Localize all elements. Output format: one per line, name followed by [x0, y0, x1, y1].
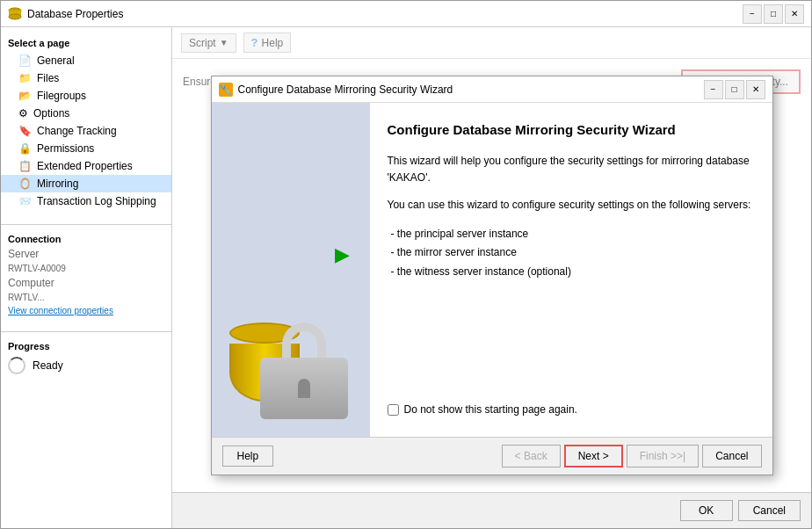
- close-button[interactable]: ✕: [785, 4, 804, 24]
- sidebar-label-mirroring: Mirroring: [37, 178, 78, 190]
- wizard-back-button[interactable]: < Back: [502, 445, 561, 467]
- lock-keyhole: [298, 379, 310, 398]
- main-window: Database Properties − □ ✕ Select a page …: [0, 0, 812, 529]
- title-bar-controls: − □ ✕: [743, 4, 804, 24]
- wizard-checkbox-row: Do not show this starting page again.: [388, 403, 755, 416]
- dropdown-arrow: ▼: [220, 38, 228, 47]
- wizard-finish-button[interactable]: Finish >>|: [627, 445, 699, 467]
- panel-body: Ensure that security is configured for m…: [172, 59, 811, 492]
- lock-shackle: [282, 322, 326, 358]
- do-not-show-label: Do not show this starting page again.: [404, 403, 577, 416]
- wizard-title-text: 🔧 Configure Database Mirroring Security …: [219, 83, 453, 97]
- wizard-close-button[interactable]: ✕: [746, 80, 765, 99]
- do-not-show-checkbox[interactable]: [388, 404, 399, 416]
- help-icon: ?: [251, 36, 258, 49]
- help-label: Help: [262, 37, 284, 49]
- filegroups-icon: 📂: [18, 90, 32, 102]
- title-bar-left: Database Properties: [8, 7, 123, 21]
- view-connection-link[interactable]: View connection properties: [1, 304, 171, 317]
- wizard-list: - the principal server instance - the mi…: [391, 225, 755, 282]
- options-icon: ⚙: [18, 107, 28, 120]
- sidebar-item-options[interactable]: ⚙ Options: [1, 105, 171, 122]
- bottom-bar: OK Cancel: [172, 492, 811, 528]
- change-tracking-icon: 🔖: [18, 125, 32, 137]
- progress-section: Progress Ready: [1, 331, 171, 378]
- files-icon: 📁: [18, 72, 32, 84]
- help-button[interactable]: ? Help: [243, 33, 292, 53]
- wizard-body: ▶: [212, 103, 772, 437]
- sidebar-item-files[interactable]: 📁 Files: [1, 69, 171, 87]
- mirroring-icon: 🪞: [18, 178, 32, 190]
- log-shipping-icon: 📨: [18, 195, 32, 207]
- wizard-arrow: ▶: [335, 243, 350, 266]
- sidebar-label-files: Files: [37, 72, 59, 84]
- extended-properties-icon: 📋: [18, 160, 32, 172]
- right-panel: Script ▼ ? Help Ensure that security is …: [172, 27, 811, 528]
- progress-status: Ready: [33, 359, 63, 372]
- wizard-nav-buttons: < Back Next > Finish >>| Cancel: [502, 445, 762, 467]
- wizard-list-item-1: - the principal server instance: [391, 225, 755, 244]
- progress-spinner: [8, 357, 25, 374]
- wizard-description-1: This wizard will help you configure the …: [388, 153, 755, 186]
- server-label: Server: [1, 246, 171, 262]
- connection-title: Connection: [1, 232, 171, 246]
- computer-label: Computer: [1, 275, 171, 291]
- connection-section: Connection Server RWTLV-A0009 Computer R…: [1, 224, 171, 317]
- progress-item: Ready: [1, 353, 171, 378]
- server-value: RWTLV-A0009: [1, 262, 171, 275]
- lock-container: [260, 322, 348, 419]
- sidebar-label-general: General: [37, 54, 75, 67]
- wizard-maximize-button[interactable]: □: [725, 80, 744, 99]
- wizard-title-icon: 🔧: [219, 83, 233, 97]
- wizard-list-item-2: - the mirror server instance: [391, 243, 755, 263]
- wizard-sidebar-illustration: ▶: [212, 103, 370, 437]
- wizard-footer: Help < Back Next > Finish >>| Cancel: [212, 437, 772, 475]
- lock-body: [260, 358, 348, 419]
- wizard-icon-symbol: 🔧: [219, 83, 232, 96]
- sidebar-label-log-shipping: Transaction Log Shipping: [37, 195, 156, 207]
- maximize-button[interactable]: □: [764, 4, 783, 24]
- toolbar: Script ▼ ? Help: [172, 27, 811, 59]
- window-title: Database Properties: [27, 8, 123, 20]
- main-content: Select a page 📄 General 📁 Files 📂 Filegr…: [1, 27, 811, 528]
- wizard-dialog: 🔧 Configure Database Mirroring Security …: [211, 76, 773, 475]
- sidebar-item-general[interactable]: 📄 General: [1, 52, 171, 69]
- dialog-overlay: 🔧 Configure Database Mirroring Security …: [172, 59, 811, 492]
- sidebar-item-change-tracking[interactable]: 🔖 Change Tracking: [1, 122, 171, 140]
- svg-point-2: [9, 14, 21, 19]
- wizard-controls: − □ ✕: [704, 80, 765, 99]
- script-label: Script: [189, 37, 216, 49]
- title-bar: Database Properties − □ ✕: [1, 1, 811, 27]
- computer-value: RWTLV...: [1, 291, 171, 304]
- wizard-description-2: You can use this wizard to configure sec…: [388, 197, 755, 214]
- wizard-main: Configure Database Mirroring Security Wi…: [370, 103, 772, 437]
- wizard-next-button[interactable]: Next >: [564, 445, 623, 467]
- wizard-cancel-button[interactable]: Cancel: [702, 445, 761, 467]
- database-icon: [8, 7, 22, 21]
- wizard-heading: Configure Database Mirroring Security Wi…: [388, 120, 755, 139]
- sidebar-item-filegroups[interactable]: 📂 Filegroups: [1, 87, 171, 105]
- sidebar-item-permissions[interactable]: 🔒 Permissions: [1, 140, 171, 157]
- sidebar-label-permissions: Permissions: [37, 142, 94, 155]
- sidebar-label-change-tracking: Change Tracking: [37, 125, 117, 137]
- sidebar-item-log-shipping[interactable]: 📨 Transaction Log Shipping: [1, 192, 171, 210]
- sidebar-item-mirroring[interactable]: 🪞 Mirroring: [1, 175, 171, 192]
- minimize-button[interactable]: −: [743, 4, 762, 24]
- cancel-button[interactable]: Cancel: [738, 500, 801, 521]
- permissions-icon: 🔒: [18, 142, 32, 155]
- general-icon: 📄: [18, 54, 32, 67]
- sidebar-section-title: Select a page: [1, 34, 171, 52]
- wizard-help-button[interactable]: Help: [222, 446, 274, 467]
- sidebar: Select a page 📄 General 📁 Files 📂 Filegr…: [1, 27, 172, 528]
- sidebar-label-extended-properties: Extended Properties: [37, 160, 133, 172]
- wizard-minimize-button[interactable]: −: [704, 80, 723, 99]
- wizard-dialog-title: Configure Database Mirroring Security Wi…: [238, 83, 453, 96]
- sidebar-item-extended-properties[interactable]: 📋 Extended Properties: [1, 157, 171, 175]
- ok-button[interactable]: OK: [680, 500, 733, 521]
- wizard-list-item-3: - the witness server instance (optional): [391, 263, 755, 282]
- sidebar-label-filegroups: Filegroups: [37, 90, 86, 102]
- sidebar-label-options: Options: [33, 107, 69, 120]
- progress-title: Progress: [1, 339, 171, 353]
- wizard-title-bar: 🔧 Configure Database Mirroring Security …: [212, 76, 772, 103]
- script-button[interactable]: Script ▼: [181, 33, 236, 53]
